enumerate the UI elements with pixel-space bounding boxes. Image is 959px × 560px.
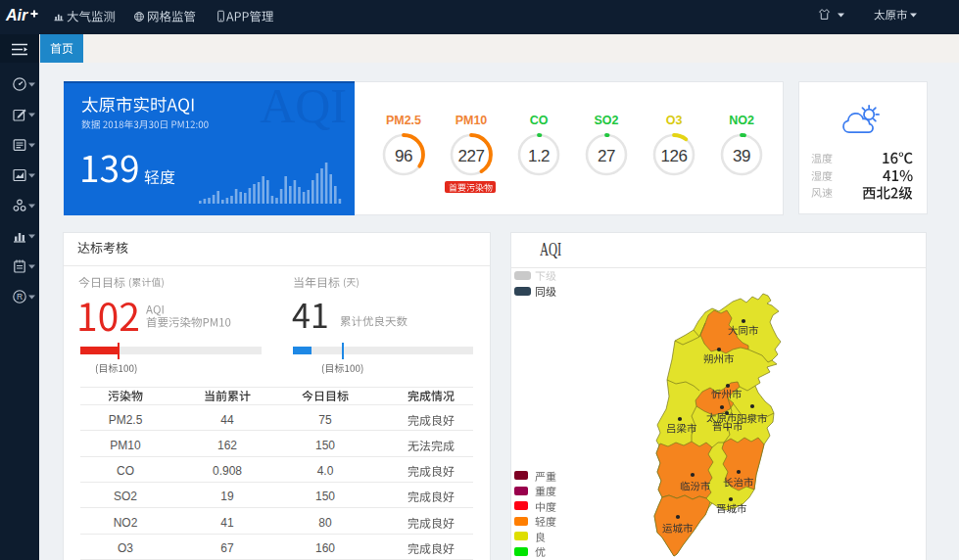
svg-text:R: R — [17, 292, 23, 302]
